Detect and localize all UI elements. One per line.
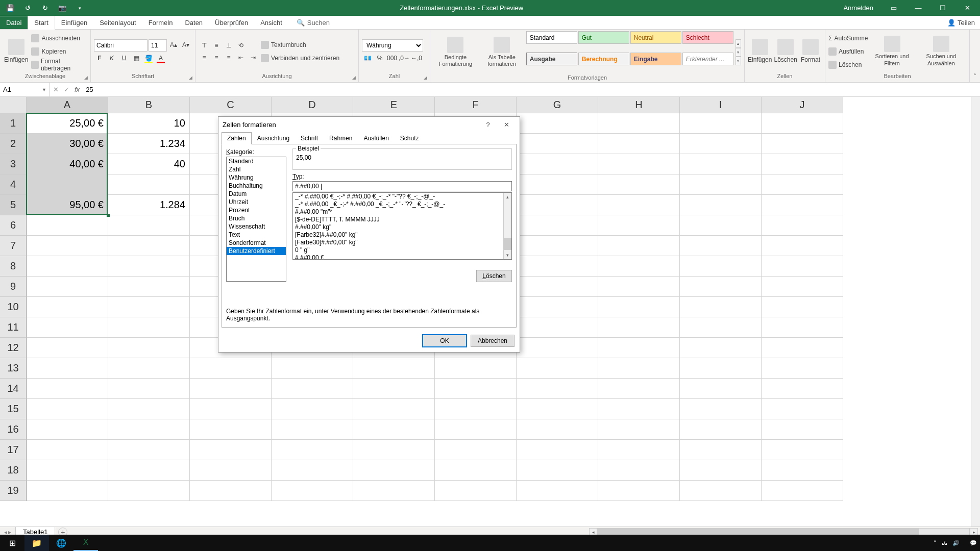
category-item[interactable]: Wissenschaft xyxy=(227,222,286,231)
category-item[interactable]: Sonderformat xyxy=(227,239,286,247)
format-item[interactable]: [Farbe30]#.##0,00" kg" xyxy=(293,239,511,246)
dialog-tab-ausfuellen[interactable]: Ausfüllen xyxy=(358,132,394,144)
scroll-up-icon[interactable]: ▴ xyxy=(504,193,511,201)
dialog-buttons: OK Abbrechen xyxy=(218,331,520,352)
format-item[interactable]: _-* #.##0,00 _€_-;-* #.##0,00 _€_-;_-* "… xyxy=(293,201,511,208)
dialog-tab-schrift[interactable]: Schrift xyxy=(295,132,324,144)
category-list[interactable]: StandardZahlWährungBuchhaltungDatumUhrze… xyxy=(226,157,286,282)
dialog-titlebar[interactable]: Zellen formatieren ? ✕ xyxy=(218,117,520,132)
dialog-title: Zellen formatieren xyxy=(223,121,479,129)
dialog-tab-rahmen[interactable]: Rahmen xyxy=(324,132,358,144)
format-item[interactable]: #.##0,00 "m"² xyxy=(293,208,511,216)
category-item[interactable]: Zahl xyxy=(227,165,286,173)
format-list-scrollbar[interactable]: ▴ ▾ xyxy=(503,193,511,259)
format-item[interactable]: #.##0,00 € xyxy=(293,254,511,260)
format-item[interactable]: _-* #.##0,00 €_-;-* #.##0,00 €_-;_-* "-"… xyxy=(293,193,511,201)
category-item[interactable]: Prozent xyxy=(227,206,286,214)
sample-label: Beispiel xyxy=(296,145,321,152)
dialog-tab-ausrichtung[interactable]: Ausrichtung xyxy=(252,132,295,144)
modal-overlay: Zellen formatieren ? ✕ Zahlen Ausrichtun… xyxy=(0,0,980,551)
ok-button[interactable]: OK xyxy=(423,335,467,347)
category-item[interactable]: Benutzerdefiniert xyxy=(227,247,286,255)
sample-box: Beispiel 25,00 xyxy=(292,148,512,170)
category-item[interactable]: Uhrzeit xyxy=(227,198,286,206)
format-list[interactable]: _-* #.##0,00 €_-;-* #.##0,00 €_-;_-* "-"… xyxy=(292,192,512,260)
scroll-down-icon[interactable]: ▾ xyxy=(504,251,511,259)
dialog-help-icon[interactable]: ? xyxy=(479,117,497,132)
format-item[interactable]: [$-de-DE]TTTT, T. MMMM JJJJ xyxy=(293,216,511,223)
category-item[interactable]: Text xyxy=(227,231,286,239)
category-item[interactable]: Bruch xyxy=(227,214,286,222)
sample-value: 25,00 xyxy=(296,151,508,161)
format-item[interactable]: 0 " g" xyxy=(293,246,511,254)
scroll-thumb[interactable] xyxy=(503,238,511,250)
format-item[interactable]: #.##0,00" kg" xyxy=(293,223,511,231)
dialog-tabs: Zahlen Ausrichtung Schrift Rahmen Ausfül… xyxy=(218,132,520,144)
category-item[interactable]: Währung xyxy=(227,173,286,182)
type-label: Typ: xyxy=(292,173,512,180)
category-item[interactable]: Buchhaltung xyxy=(227,182,286,190)
delete-format-button[interactable]: Löschen xyxy=(476,270,512,282)
dialog-panel: Kategorie: StandardZahlWährungBuchhaltun… xyxy=(222,144,517,328)
dialog-hint: Geben Sie Ihr Zahlenformat ein, unter Ve… xyxy=(226,308,512,322)
format-item[interactable]: [Farbe32]#.##0,00" kg" xyxy=(293,231,511,239)
dialog-close-icon[interactable]: ✕ xyxy=(497,117,516,132)
dialog-tab-schutz[interactable]: Schutz xyxy=(395,132,425,144)
type-input[interactable] xyxy=(292,181,512,191)
format-cells-dialog: Zellen formatieren ? ✕ Zahlen Ausrichtun… xyxy=(218,116,520,353)
category-item[interactable]: Datum xyxy=(227,190,286,198)
dialog-tab-zahlen[interactable]: Zahlen xyxy=(222,132,252,144)
cancel-button[interactable]: Abbrechen xyxy=(471,335,514,347)
category-item[interactable]: Standard xyxy=(227,157,286,165)
